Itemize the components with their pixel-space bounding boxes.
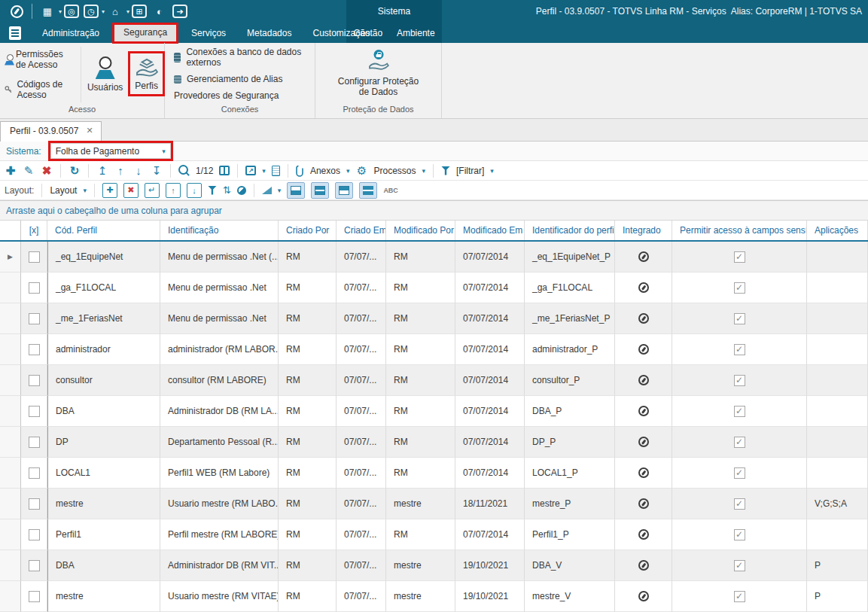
scheduler-chevron-icon[interactable]: ▾ — [102, 8, 105, 15]
grid-column-header[interactable]: Aplicações — [807, 221, 868, 240]
anexos-caret-icon[interactable]: ▾ — [346, 167, 350, 175]
panel-split-toggle[interactable] — [311, 182, 329, 199]
menu-item-ambiente[interactable]: Ambiente — [395, 25, 437, 41]
permissoes-de-acesso-button[interactable]: Permissões de Acesso — [5, 49, 75, 70]
sensitive-fields-checkbox[interactable]: ✓ — [734, 251, 745, 263]
processos-caret-icon[interactable]: ▾ — [422, 167, 425, 175]
table-row[interactable]: Perfil1Perfil mestre (RM LABORE)RM07/07/… — [0, 519, 868, 550]
processos-button[interactable]: Processos — [373, 166, 416, 176]
perfis-button[interactable]: Perfis — [130, 53, 163, 94]
row-select-checkbox[interactable] — [29, 529, 40, 540]
export-icon[interactable]: ↗ — [245, 166, 256, 175]
sistema-dropdown[interactable]: Folha de Pagamento ▾ — [50, 143, 171, 159]
processos-gear-icon[interactable]: ⚙ — [355, 165, 367, 176]
panel-bottom-toggle[interactable] — [287, 182, 305, 199]
sensitive-fields-checkbox[interactable]: ✓ — [734, 344, 745, 355]
table-row[interactable]: DBAAdministrador DB (RM LA...RM07/07/...… — [0, 396, 868, 427]
help-globe-icon[interactable]: ◐ — [151, 3, 168, 20]
gerenciamento-alias-button[interactable]: Gerenciamento de Alias — [174, 74, 306, 84]
paperclip-icon[interactable] — [296, 165, 304, 177]
grid-column-header[interactable]: Criado Em — [337, 221, 386, 240]
sensitive-fields-checkbox[interactable]: ✓ — [734, 375, 745, 386]
layout-apply-button[interactable]: ↵ — [145, 183, 160, 198]
row-select-checkbox[interactable] — [29, 313, 40, 324]
home-icon[interactable]: ⌂ — [107, 3, 123, 20]
layout-theme-icon[interactable] — [237, 186, 246, 195]
grid-column-header[interactable]: Cód. Perfil — [47, 221, 160, 240]
filtrar-caret-icon[interactable]: ▾ — [490, 167, 494, 175]
layout-export-button[interactable]: ↑ — [166, 183, 181, 198]
table-row[interactable]: administradoradministrador (RM LABOR...R… — [0, 334, 868, 365]
monitor-view-icon[interactable]: ◎ — [64, 5, 79, 18]
table-row[interactable]: LOCAL1Perfil1 WEB (RM Labore)RM07/07/...… — [0, 458, 868, 489]
exit-icon[interactable]: ➔ — [172, 5, 187, 18]
menu-item-metadados[interactable]: Metadados — [236, 25, 302, 41]
provedores-seguranca-button[interactable]: Provedores de Segurança — [174, 90, 306, 101]
table-row[interactable]: mestreUsuario mestre (RM VITAE)RM07/07/.… — [0, 581, 868, 612]
row-select-checkbox[interactable] — [29, 282, 40, 294]
conditional-format-icon[interactable] — [262, 187, 272, 194]
table-row[interactable]: DPDepartamento Pessoal (R...RM07/07/...R… — [0, 427, 868, 458]
layout-filter-icon[interactable] — [208, 186, 217, 195]
workflow-chevron-icon[interactable]: ▾ — [59, 8, 62, 15]
table-row[interactable]: DBAAdministrador DB (RM VIT...RM07/07/..… — [0, 550, 868, 581]
panel-rows-toggle[interactable] — [359, 182, 377, 199]
export-caret-icon[interactable]: ▾ — [262, 167, 266, 175]
next-record-button[interactable]: ↓ — [132, 165, 145, 176]
previous-record-button[interactable]: ↑ — [114, 165, 126, 176]
sensitive-fields-checkbox[interactable]: ✓ — [734, 282, 745, 294]
grid-column-header[interactable]: Permitir acesso à campos sensíveis — [672, 221, 807, 240]
layout-dropdown[interactable]: Layout — [50, 185, 77, 196]
filter-funnel-icon[interactable] — [441, 166, 450, 175]
layout-import-button[interactable]: ↓ — [187, 183, 202, 198]
menu-item-segurança[interactable]: Segurança — [114, 25, 176, 41]
sensitive-fields-checkbox[interactable]: ✓ — [734, 437, 745, 448]
sensitive-fields-checkbox[interactable]: ✓ — [734, 560, 745, 571]
home-chevron-icon[interactable]: ▾ — [126, 8, 129, 15]
panel-top-toggle[interactable] — [335, 182, 353, 199]
sensitive-fields-checkbox[interactable]: ✓ — [734, 467, 745, 479]
grid-column-header[interactable]: Integrado — [615, 221, 672, 240]
menu-item-administração[interactable]: Administração — [32, 25, 110, 41]
configurar-protecao-dados-button[interactable]: Configurar Proteção de Dados — [333, 48, 424, 100]
grid-column-header[interactable]: Identificador do perfil — [525, 221, 615, 240]
spell-check-button[interactable]: ABC — [383, 187, 398, 194]
sensitive-fields-checkbox[interactable]: ✓ — [734, 498, 745, 510]
layout-pin-icon[interactable]: ⇅ — [223, 184, 231, 196]
refresh-button[interactable]: ↻ — [69, 165, 81, 176]
table-row[interactable]: _ga_F1LOCALMenu de permissao .NetRM07/07… — [0, 273, 868, 303]
sensitive-fields-checkbox[interactable]: ✓ — [734, 591, 745, 602]
grid-column-header[interactable]: [x] — [21, 221, 47, 240]
row-select-checkbox[interactable] — [29, 560, 40, 571]
grid-column-header[interactable]: Modificado Por — [386, 221, 455, 240]
row-select-checkbox[interactable] — [29, 344, 40, 355]
row-select-checkbox[interactable] — [29, 591, 40, 602]
grid-column-header[interactable]: Criado Por — [279, 221, 337, 240]
row-select-checkbox[interactable] — [29, 498, 40, 510]
row-select-checkbox[interactable] — [29, 251, 40, 263]
last-record-button[interactable]: ↧ — [151, 165, 163, 176]
sensitive-fields-checkbox[interactable]: ✓ — [734, 529, 745, 540]
conditional-format-caret-icon[interactable]: ▾ — [278, 187, 282, 194]
grid-column-header[interactable]: Modificado Em — [455, 221, 525, 240]
anexos-button[interactable]: Anexos — [310, 166, 340, 176]
usuarios-button[interactable]: Usuários — [83, 52, 127, 96]
search-icon[interactable] — [178, 165, 190, 176]
report-document-icon[interactable] — [272, 166, 280, 176]
add-button[interactable]: ✚ — [5, 165, 17, 176]
table-row[interactable]: mestreUsuario mestre (RM LABO...RM07/07/… — [0, 489, 868, 519]
tab-perfil[interactable]: Perfil - 03.9.0507 ✕ — [0, 121, 102, 142]
filtrar-button[interactable]: [Filtrar] — [456, 166, 484, 176]
sensitive-fields-checkbox[interactable]: ✓ — [734, 406, 745, 417]
table-row[interactable]: _me_1FeriasNetMenu de permissao .NetRM07… — [0, 303, 868, 334]
workflow-icon[interactable]: ▦ — [39, 3, 56, 20]
tab-close-icon[interactable]: ✕ — [86, 126, 93, 135]
apps-grid-icon[interactable]: ⊞ — [132, 5, 147, 18]
column-chooser-icon[interactable] — [219, 166, 230, 175]
main-menu-icon[interactable] — [9, 26, 21, 40]
first-record-button[interactable]: ↥ — [96, 165, 108, 176]
row-select-checkbox[interactable] — [29, 375, 40, 386]
table-row[interactable]: consultorconsultor (RM LABORE)RM07/07/..… — [0, 365, 868, 396]
sensitive-fields-checkbox[interactable]: ✓ — [734, 313, 745, 324]
menu-item-serviços[interactable]: Serviços — [181, 25, 236, 41]
